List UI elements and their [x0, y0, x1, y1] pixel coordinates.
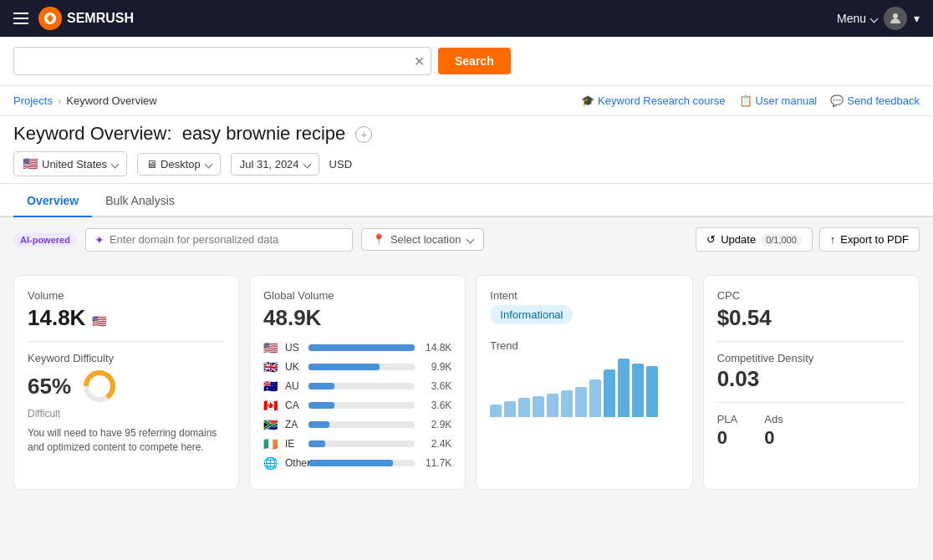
pla-value: 0 [717, 427, 738, 449]
country-flag: 🇿🇦 [263, 418, 280, 431]
country-bar-fill [308, 402, 334, 409]
ads-label: Ads [764, 413, 783, 425]
country-value: 2.4K [420, 438, 451, 450]
search-input[interactable]: easy brownie recipe [13, 47, 431, 75]
keyword-course-link[interactable]: 🎓 Keyword Research course [581, 94, 725, 107]
user-manual-link[interactable]: 📋 User manual [739, 94, 818, 107]
country-bar-fill [308, 364, 380, 370]
trend-bar [490, 405, 502, 417]
country-bar-fill [308, 383, 334, 389]
logo[interactable]: SEMRUSH [38, 7, 134, 30]
date-filter[interactable]: Jul 31, 2024 [231, 153, 319, 176]
kd-wrap: 65% [28, 368, 225, 405]
hamburger-menu[interactable] [13, 13, 28, 24]
toolbar-right: ↺ Update 0/1,000 ↑ Export to PDF [696, 227, 920, 252]
country-bar-fill [308, 440, 325, 447]
message-icon: 💬 [830, 94, 844, 107]
breadcrumb-parent[interactable]: Projects [13, 94, 53, 107]
country-value: 3.6K [420, 400, 451, 411]
nav-left: SEMRUSH [13, 7, 134, 30]
breadcrumb-separator: › [58, 94, 61, 107]
update-button[interactable]: ↺ Update 0/1,000 [696, 227, 813, 252]
volume-kd-card: Volume 14.8K 🇺🇸 Keyword Difficulty 65% D… [13, 275, 239, 490]
volume-value: 14.8K 🇺🇸 [28, 305, 225, 331]
cpc-card: CPC $0.54 Competitive Density 0.03 PLA 0… [703, 275, 920, 490]
add-keyword-button[interactable]: + [355, 126, 372, 143]
trend-bar [575, 387, 587, 417]
toolbar-row: AI-powered ✦ 📍 Select location ↺ Update … [0, 217, 933, 262]
other-label: Other [285, 457, 303, 469]
desktop-icon: 🖥 [146, 158, 157, 171]
country-value: 3.6K [420, 380, 451, 392]
cpc-value: $0.54 [717, 305, 905, 331]
country-row: 🇬🇧 UK 9.9K [263, 360, 451, 374]
location-select-button[interactable]: 📍 Select location [361, 228, 485, 251]
pla-ads-row: PLA 0 Ads 0 [717, 413, 905, 449]
user-avatar[interactable] [884, 7, 907, 30]
country-bar-track [308, 383, 415, 389]
device-filter[interactable]: 🖥 Desktop [137, 153, 221, 176]
trend-bar [618, 359, 630, 417]
trend-bar [561, 390, 573, 417]
country-bar-track [308, 364, 415, 370]
country-value: 9.9K [420, 361, 451, 373]
location-pin-icon: 📍 [372, 233, 385, 246]
other-bar-track [308, 460, 415, 466]
trend-chart [490, 359, 678, 417]
domain-input-wrap[interactable]: ✦ [85, 228, 353, 252]
country-flag: 🇦🇺 [263, 379, 280, 393]
tabs-row: Overview Bulk Analysis [0, 184, 933, 217]
trend-bar [646, 366, 658, 417]
page-title: Keyword Overview: easy brownie recipe + [13, 123, 920, 145]
book-icon: 📋 [739, 94, 752, 107]
country-row: 🇦🇺 AU 3.6K [263, 379, 451, 393]
intent-label: Intent [490, 289, 678, 302]
user-chevron[interactable]: ▾ [914, 12, 920, 25]
chevron-down-icon [466, 236, 475, 244]
country-code: US [285, 342, 303, 354]
refresh-icon: ↺ [706, 233, 716, 246]
trend-bar [518, 398, 530, 417]
trend-label: Trend [490, 339, 678, 352]
kd-donut-chart [81, 368, 118, 405]
country-flag: 🇨🇦 [263, 399, 280, 412]
breadcrumb: Projects › Keyword Overview [13, 94, 157, 107]
export-button[interactable]: ↑ Export to PDF [819, 227, 920, 252]
nav-right: Menu ▾ [837, 7, 920, 30]
currency-display: USD [329, 158, 352, 171]
svg-point-0 [893, 13, 898, 18]
breadcrumb-current: Keyword Overview [66, 94, 156, 107]
country-code: IE [285, 438, 303, 450]
country-flag: 🇬🇧 [263, 360, 280, 374]
country-code: ZA [285, 419, 303, 430]
domain-input[interactable] [110, 233, 344, 246]
ai-badge: AI-powered [13, 232, 77, 247]
search-button[interactable]: Search [438, 48, 511, 74]
cpc-label: CPC [717, 289, 905, 302]
menu-button[interactable]: Menu [837, 12, 877, 25]
tab-bulk-analysis[interactable]: Bulk Analysis [92, 184, 187, 217]
intent-trend-card: Intent Informational Trend [476, 275, 692, 490]
update-count: 0/1,000 [761, 234, 802, 246]
mortarboard-icon: 🎓 [581, 94, 594, 107]
trend-bar [533, 396, 544, 417]
tab-overview[interactable]: Overview [13, 184, 92, 217]
trend-bar [589, 379, 601, 417]
country-bar-fill [308, 344, 415, 351]
country-code: UK [285, 361, 303, 373]
intent-badge: Informational [490, 305, 573, 324]
feedback-link[interactable]: 💬 Send feedback [830, 94, 920, 107]
kd-description: You will need to have 95 referring domai… [28, 426, 225, 455]
other-bar-fill [308, 460, 393, 466]
trend-bar [547, 394, 558, 417]
location-filter[interactable]: 🇺🇸 United States [13, 151, 127, 176]
country-bar-track [308, 421, 415, 428]
trend-bar [632, 364, 644, 417]
global-volume-value: 48.9K [263, 305, 451, 331]
kd-level: Difficult [28, 408, 225, 420]
pla-label: PLA [717, 413, 738, 425]
trend-section: Trend [490, 339, 678, 417]
competitive-label: Competitive Density [717, 352, 905, 364]
country-list: 🇺🇸 US 14.8K 🇬🇧 UK 9.9K 🇦🇺 AU 3.6K 🇨🇦 CA … [263, 341, 451, 451]
clear-button[interactable]: ✕ [414, 53, 425, 69]
